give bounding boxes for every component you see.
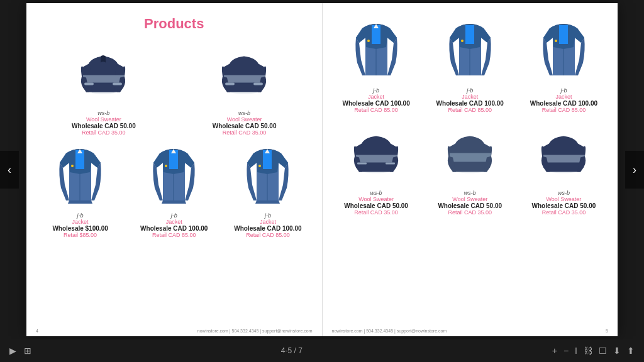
- svg-rect-7: [253, 82, 263, 85]
- product-image: [519, 118, 608, 187]
- product-item: j-b Jacket Wholesale CAD 100.00 Retail C…: [223, 141, 312, 238]
- product-retail: Retail CAD 85.00: [354, 107, 398, 113]
- right-bottom-products-row: ws-b Wool Sweater Wholesale CAD 50.00 Re…: [332, 118, 609, 216]
- cursor-button[interactable]: I: [575, 346, 577, 356]
- footer-toolbar: ▶ ⊞ 4-5 / 7 + − I ⛓ ☐ ⬇ ⬆: [0, 339, 644, 362]
- product-code: ws-b: [238, 110, 250, 116]
- download-button[interactable]: ⬇: [613, 346, 621, 356]
- product-wholesale: Wholesale CAD 50.00: [438, 202, 502, 209]
- product-type: Wool Sweater: [86, 116, 121, 123]
- product-retail: Retail CAD 35.00: [82, 129, 126, 136]
- page-number-left: 4: [36, 329, 38, 333]
- svg-rect-2: [84, 82, 94, 85]
- product-retail: Retail CAD 85.00: [542, 107, 586, 113]
- product-wholesale: Wholesale CAD 50.00: [532, 202, 596, 209]
- toolbar-left: ▶ ⊞: [9, 346, 31, 356]
- product-item: j-b Jacket Wholesale $100.00 Retail $85.…: [36, 141, 125, 238]
- product-wholesale: Wholesale CAD 100.00: [530, 100, 597, 107]
- svg-rect-29: [386, 162, 395, 164]
- product-retail: Retail CAD 85.00: [246, 232, 290, 238]
- product-type: Jacket: [72, 219, 89, 225]
- page-indicator: 4-5 / 7: [281, 346, 303, 355]
- product-image: [426, 118, 514, 187]
- product-code: j-b: [171, 212, 177, 219]
- product-type: Wool Sweater: [227, 116, 262, 123]
- product-image: [519, 16, 608, 85]
- svg-point-12: [165, 165, 167, 167]
- product-retail: Retail CAD 35.00: [223, 129, 267, 136]
- svg-rect-28: [357, 162, 367, 164]
- page-view-button[interactable]: ☐: [599, 346, 607, 356]
- product-image: [36, 38, 172, 107]
- zoom-out-button[interactable]: −: [564, 346, 569, 356]
- top-products-row: ws-b Wool Sweater Wholesale CAD 50.00 Re…: [36, 38, 313, 136]
- svg-rect-31: [450, 153, 491, 162]
- product-retail: Retail CAD 85.00: [152, 232, 196, 238]
- svg-rect-5: [224, 75, 265, 82]
- page-footer-right: nowinstore.com | 504.332.4345 | support@…: [323, 329, 618, 333]
- svg-rect-33: [543, 155, 585, 162]
- svg-rect-20: [465, 25, 474, 44]
- product-wholesale: Wholesale CAD 50.00: [72, 123, 136, 129]
- svg-point-21: [461, 40, 464, 42]
- product-type: Jacket: [260, 219, 276, 225]
- product-type: Jacket: [368, 94, 384, 100]
- product-code: j-b: [373, 87, 379, 94]
- contact-right: nowinstore.com | 504.332.4345 | support@…: [332, 329, 447, 333]
- product-image: [223, 141, 312, 210]
- page-footer-left: 4 nowinstore.com | 504.332.4345 | suppor…: [26, 329, 322, 333]
- product-wholesale: Wholesale CAD 100.00: [234, 225, 301, 232]
- prev-page-button[interactable]: ‹: [0, 151, 19, 189]
- product-wholesale: Wholesale CAD 100.00: [342, 100, 409, 107]
- svg-point-15: [258, 165, 261, 167]
- page-left: Products: [26, 3, 323, 336]
- grid-button[interactable]: ⊞: [24, 346, 31, 356]
- product-item: j-b Jacket Wholesale CAD 100.00 Retail C…: [332, 16, 421, 113]
- product-code: ws-b: [370, 190, 382, 196]
- svg-rect-1: [83, 75, 125, 82]
- product-image: [177, 38, 313, 107]
- catalog-viewer: ‹ Products: [0, 0, 644, 339]
- product-wholesale: Wholesale CAD 50.00: [213, 123, 277, 129]
- product-retail: Retail CAD 35.00: [542, 209, 586, 216]
- play-button[interactable]: ▶: [9, 346, 16, 356]
- link-button[interactable]: ⛓: [584, 346, 592, 356]
- product-image: [130, 141, 218, 210]
- product-image: [332, 118, 421, 187]
- product-type: Wool Sweater: [358, 196, 394, 202]
- svg-point-24: [555, 40, 557, 42]
- page-number-right: 5: [606, 329, 608, 333]
- page-title: Products: [36, 16, 313, 32]
- product-retail: Retail CAD 35.00: [354, 209, 398, 216]
- product-item: j-b Jacket Wholesale CAD 100.00 Retail C…: [426, 16, 514, 113]
- product-wholesale: Wholesale CAD 100.00: [140, 225, 208, 232]
- product-code: ws-b: [558, 190, 570, 196]
- bottom-products-row: j-b Jacket Wholesale $100.00 Retail $85.…: [36, 141, 313, 238]
- product-item: ws-b Wool Sweater Wholesale CAD 50.00 Re…: [36, 38, 172, 136]
- share-button[interactable]: ⬆: [627, 346, 635, 356]
- svg-rect-3: [113, 82, 122, 85]
- product-image: [426, 16, 514, 85]
- product-item: ws-b Wool Sweater Wholesale CAD 50.00 Re…: [332, 118, 421, 216]
- product-code: ws-b: [97, 110, 109, 116]
- product-item: ws-b Wool Sweater Wholesale CAD 50.00 Re…: [177, 38, 313, 136]
- product-type: Wool Sweater: [546, 196, 581, 202]
- product-type: Wool Sweater: [452, 196, 487, 202]
- next-page-button[interactable]: ›: [625, 151, 644, 189]
- zoom-in-button[interactable]: +: [552, 346, 557, 356]
- svg-point-18: [367, 40, 370, 42]
- page-right: j-b Jacket Wholesale CAD 100.00 Retail C…: [323, 3, 618, 336]
- product-item: j-b Jacket Wholesale CAD 100.00 Retail C…: [519, 16, 608, 113]
- product-type: Jacket: [462, 94, 478, 100]
- product-item: ws-b Wool Sweater Wholesale CAD 50.00 Re…: [519, 118, 608, 216]
- product-image: [36, 141, 125, 210]
- product-retail: Retail $85.00: [64, 232, 97, 238]
- product-item: j-b Jacket Wholesale CAD 100.00 Retail C…: [130, 141, 218, 238]
- product-wholesale: Wholesale $100.00: [52, 225, 108, 232]
- svg-rect-27: [356, 155, 397, 162]
- svg-rect-6: [225, 82, 235, 85]
- toolbar-right: + − I ⛓ ☐ ⬇ ⬆: [552, 346, 635, 356]
- product-retail: Retail CAD 35.00: [448, 209, 492, 216]
- product-code: j-b: [467, 87, 473, 94]
- product-type: Jacket: [166, 219, 182, 225]
